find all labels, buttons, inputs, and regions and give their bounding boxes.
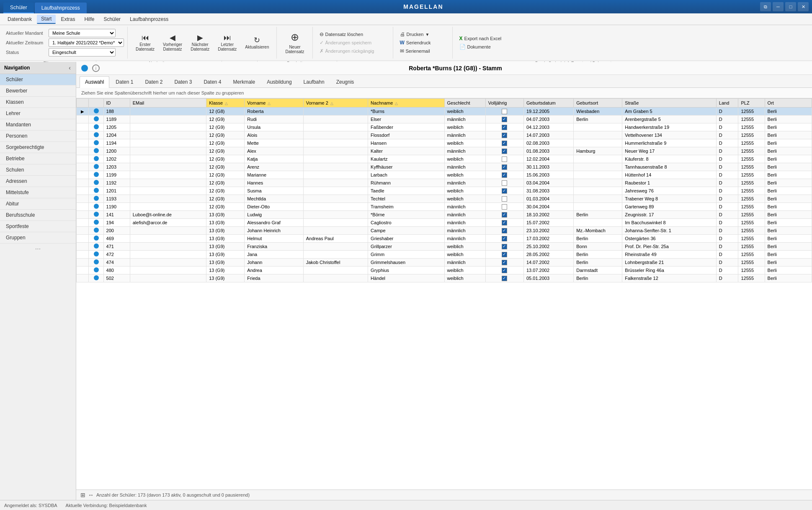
last-record-btn[interactable]: ⏭ LetzterDatensatz xyxy=(214,32,240,54)
menu-hilfe[interactable]: Hilfe xyxy=(80,15,98,23)
tab-daten2[interactable]: Daten 2 xyxy=(139,76,168,87)
table-row[interactable]: 118912 (G9)RudiElsermännlich✓04.07.2003B… xyxy=(77,115,812,123)
tab-auswahl[interactable]: Auswahl xyxy=(80,76,109,88)
delete-record-btn[interactable]: ⊖ Datensatz löschen xyxy=(317,31,389,38)
maximize-btn[interactable]: □ xyxy=(785,2,796,11)
tab-ausbildung[interactable]: Ausbildung xyxy=(261,76,297,87)
save-changes-btn[interactable]: ✓ Änderungen speichern xyxy=(317,39,389,46)
col-email[interactable]: EMail xyxy=(130,99,206,108)
table-row[interactable]: 119012 (G9)Dieter-OttoTramsheimmännlich3… xyxy=(77,203,812,211)
sidebar-item-sportfeste[interactable]: Sportfeste xyxy=(0,221,76,232)
table-row[interactable]: 119312 (G9)MechtldaTechtelweiblich01.03.… xyxy=(77,195,812,203)
tab-merkmale[interactable]: Merkmale xyxy=(227,76,260,87)
menu-start[interactable]: Start xyxy=(37,15,56,24)
col-vorname[interactable]: Vorname △ xyxy=(245,99,303,108)
sidebar-item-schueler[interactable]: Schüler xyxy=(0,74,76,85)
export-excel-btn[interactable]: X Export nach Excel xyxy=(457,35,517,42)
table-row[interactable]: 119412 (G9)MetteHansenweiblich✓02.08.200… xyxy=(77,139,812,147)
new-record-btn[interactable]: ⊕ NeuerDatensatz xyxy=(281,28,309,57)
zeitraum-select[interactable]: 1. Halbjahr 2021/2022 *Demo* xyxy=(49,38,124,47)
table-row[interactable]: 120112 (G9)SusmaTaedleweiblich✓31.08.200… xyxy=(77,187,812,195)
info-icon[interactable]: i xyxy=(92,64,100,72)
sidebar-item-berufsschule[interactable]: Berufsschule xyxy=(0,210,76,221)
close-btn[interactable]: ✕ xyxy=(798,2,809,11)
table-row[interactable]: 119912 (G9)MarianneLarbachweiblich✓15.06… xyxy=(77,171,812,179)
table-row[interactable]: 141Luboe@t-online.de13 (G9)Ludwig*Börnem… xyxy=(77,211,812,219)
sidebar-item-schulen[interactable]: Schulen xyxy=(0,164,76,176)
sidebar-more[interactable]: ··· xyxy=(0,243,76,254)
series-email-btn[interactable]: ✉ Serienemail xyxy=(397,47,449,55)
menu-laufbahnprozess[interactable]: Laufbahnprozess xyxy=(126,15,173,23)
sidebar-item-mittelstufe[interactable]: Mittelstufe xyxy=(0,187,76,198)
sidebar-collapse-btn[interactable]: ‹ xyxy=(68,64,72,71)
col-id[interactable]: ID xyxy=(103,99,130,108)
table-row[interactable]: 120212 (G9)KatjaKaulartzweiblich12.02.20… xyxy=(77,155,812,163)
print-btn[interactable]: 🖨 Drucken ▼ xyxy=(397,31,449,38)
sidebar-item-lehrer[interactable]: Lehrer xyxy=(0,108,76,119)
tab-daten4[interactable]: Daten 4 xyxy=(198,76,227,87)
prev-record-btn[interactable]: ◀ VorherigerDatensatz xyxy=(159,32,186,54)
footer-grid-icon[interactable]: ⊞ xyxy=(80,492,85,498)
footer-resize-icon[interactable]: ↔ xyxy=(88,492,94,498)
documents-btn[interactable]: 📄 Dokumente xyxy=(457,43,517,51)
sidebar-item-klassen[interactable]: Klassen xyxy=(0,97,76,108)
sidebar-item-sorgeberechtigte[interactable]: Sorgeberechtigte xyxy=(0,142,76,153)
table-row[interactable]: 46913 (G9)HelmutAndreas PaulGrieshabermä… xyxy=(77,235,812,243)
data-table-container[interactable]: ID EMail Klasse △ Vorname △ Vorname 2 △ … xyxy=(76,98,812,489)
col-strasse[interactable]: Straße xyxy=(622,99,717,108)
title-tab-schueler[interactable]: Schüler xyxy=(3,3,34,13)
mail-merge-btn[interactable]: W Seriendruck xyxy=(397,39,449,46)
col-nachname[interactable]: Nachname △ xyxy=(368,99,444,108)
status-select[interactable]: Eingeschult xyxy=(49,48,116,56)
table-row[interactable]: 194alefish@arcor.de13 (G9)Alessandro Gra… xyxy=(77,219,812,227)
title-tab-laufbahnprozess[interactable]: Laufbahnprozess xyxy=(35,3,87,13)
table-row[interactable]: 47413 (G9)JohannJakob ChristoffelGrimmel… xyxy=(77,259,812,267)
sidebar-item-bewerber[interactable]: Bewerber xyxy=(0,85,76,97)
col-geschlecht[interactable]: Geschlecht xyxy=(444,99,485,108)
col-ort[interactable]: Ort xyxy=(765,99,812,108)
sidebar-item-adressen[interactable]: Adressen xyxy=(0,176,76,187)
table-row[interactable]: 120512 (G9)UrsulaFaßbenderweiblich✓04.12… xyxy=(77,123,812,131)
refresh-btn[interactable]: ↻ Aktualisieren xyxy=(241,34,273,51)
col-gebort[interactable]: Geburtsort xyxy=(574,99,622,108)
col-gebdatum[interactable]: Geburtsdatum xyxy=(523,99,573,108)
col-land[interactable]: Land xyxy=(716,99,738,108)
first-record-btn[interactable]: ⏮ ErsterDatensatz xyxy=(132,32,158,54)
sidebar-item-abitur[interactable]: Abitur xyxy=(0,198,76,210)
mandant-select[interactable]: Meine Schule xyxy=(49,29,116,37)
table-row[interactable]: 120312 (G9)ArenzKyffhäusermännlich✓30.11… xyxy=(77,163,812,171)
tab-daten3[interactable]: Daten 3 xyxy=(169,76,197,87)
col-volljaehrig[interactable]: Volljährig xyxy=(485,99,523,108)
row-id: 1202 xyxy=(103,155,130,163)
menu-schueler[interactable]: Schüler xyxy=(99,15,125,23)
next-record-btn[interactable]: ▶ NächsterDatensatz xyxy=(187,32,213,54)
discard-changes-btn[interactable]: ✗ Änderungen rückgängig xyxy=(317,47,389,55)
table-row[interactable]: 120012 (G9)AlexKaltermännlich✓01.08.2003… xyxy=(77,147,812,155)
table-row[interactable]: 20013 (G9)Johann HeinrichCampemännlich✓2… xyxy=(77,227,812,235)
sidebar-item-betriebe[interactable]: Betriebe xyxy=(0,153,76,164)
tab-laufbahn[interactable]: Laufbahn xyxy=(298,76,330,87)
table-row[interactable]: 48013 (G9)AndreaGryphiusweiblich✓13.07.2… xyxy=(77,267,812,274)
menu-extras[interactable]: Extras xyxy=(57,15,79,23)
sidebar-item-mandanten[interactable]: Mandanten xyxy=(0,119,76,131)
table-row[interactable]: 119212 (G9)HannesRühmannmännlich03.04.20… xyxy=(77,179,812,187)
col-vorname2[interactable]: Vorname 2 △ xyxy=(303,99,368,108)
minimize-btn[interactable]: ─ xyxy=(773,2,784,11)
table-row[interactable]: ▶18812 (G8)Roberta*Burnsweiblich19.12.20… xyxy=(77,108,812,115)
col-plz[interactable]: PLZ xyxy=(738,99,765,108)
row-email xyxy=(130,187,206,195)
restore-btn[interactable]: ⧉ xyxy=(760,2,771,11)
tab-zeugnis[interactable]: Zeugnis xyxy=(331,76,360,87)
table-row[interactable]: 120412 (G9)AloisFlossdorfmännlich✓14.07.… xyxy=(77,131,812,139)
table-row[interactable]: 50213 (G9)FriedaHändelweiblich✓05.01.200… xyxy=(77,274,812,282)
menu-datenbank[interactable]: Datenbank xyxy=(3,15,36,23)
row-email xyxy=(130,259,206,267)
sidebar-item-gruppen[interactable]: Gruppen xyxy=(0,232,76,243)
col-klasse[interactable]: Klasse △ xyxy=(206,99,245,108)
row-gebdatum: 02.08.2003 xyxy=(523,139,573,147)
row-status-dot xyxy=(94,180,99,185)
tab-daten1[interactable]: Daten 1 xyxy=(110,76,139,87)
table-row[interactable]: 47113 (G9)FranziskaGrillparzerweiblich✓2… xyxy=(77,243,812,251)
table-row[interactable]: 47213 (G9)JanaGrimmweiblich✓28.05.2002Be… xyxy=(77,251,812,259)
sidebar-item-personen[interactable]: Personen xyxy=(0,131,76,142)
